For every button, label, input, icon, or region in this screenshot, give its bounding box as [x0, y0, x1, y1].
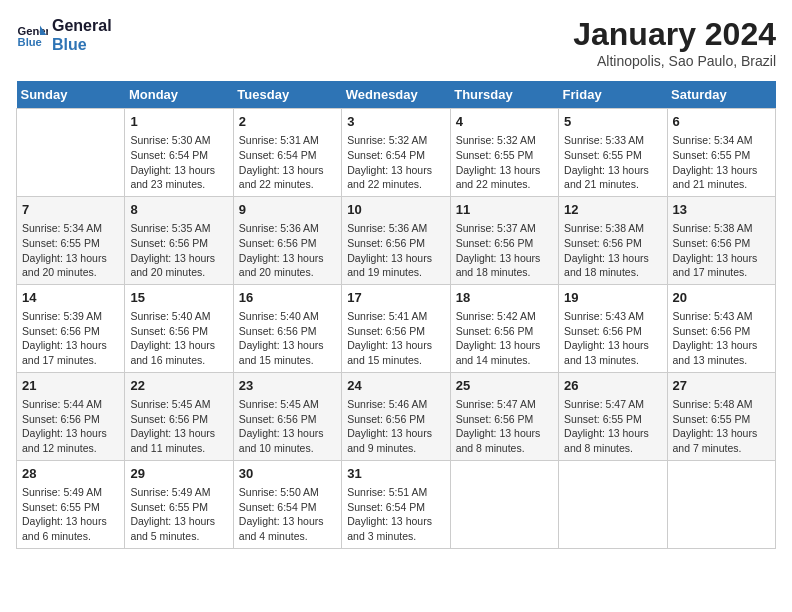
weekday-header: Friday — [559, 81, 667, 109]
table-row: 9Sunrise: 5:36 AM Sunset: 6:56 PM Daylig… — [233, 196, 341, 284]
day-number: 20 — [673, 289, 770, 307]
day-info: Sunrise: 5:32 AM Sunset: 6:55 PM Dayligh… — [456, 133, 553, 192]
weekday-header: Saturday — [667, 81, 775, 109]
day-info: Sunrise: 5:38 AM Sunset: 6:56 PM Dayligh… — [564, 221, 661, 280]
table-row: 22Sunrise: 5:45 AM Sunset: 6:56 PM Dayli… — [125, 372, 233, 460]
day-number: 27 — [673, 377, 770, 395]
title-block: January 2024 Altinopolis, Sao Paulo, Bra… — [573, 16, 776, 69]
day-info: Sunrise: 5:40 AM Sunset: 6:56 PM Dayligh… — [239, 309, 336, 368]
day-info: Sunrise: 5:45 AM Sunset: 6:56 PM Dayligh… — [239, 397, 336, 456]
day-number: 1 — [130, 113, 227, 131]
page-header: General Blue General Blue January 2024 A… — [16, 16, 776, 69]
day-info: Sunrise: 5:32 AM Sunset: 6:54 PM Dayligh… — [347, 133, 444, 192]
logo-line2: Blue — [52, 35, 112, 54]
day-number: 30 — [239, 465, 336, 483]
day-number: 18 — [456, 289, 553, 307]
day-number: 19 — [564, 289, 661, 307]
table-row: 6Sunrise: 5:34 AM Sunset: 6:55 PM Daylig… — [667, 109, 775, 197]
day-number: 14 — [22, 289, 119, 307]
calendar-week-row: 21Sunrise: 5:44 AM Sunset: 6:56 PM Dayli… — [17, 372, 776, 460]
table-row: 8Sunrise: 5:35 AM Sunset: 6:56 PM Daylig… — [125, 196, 233, 284]
day-number: 3 — [347, 113, 444, 131]
day-number: 8 — [130, 201, 227, 219]
table-row: 15Sunrise: 5:40 AM Sunset: 6:56 PM Dayli… — [125, 284, 233, 372]
day-info: Sunrise: 5:33 AM Sunset: 6:55 PM Dayligh… — [564, 133, 661, 192]
table-row: 24Sunrise: 5:46 AM Sunset: 6:56 PM Dayli… — [342, 372, 450, 460]
table-row: 1Sunrise: 5:30 AM Sunset: 6:54 PM Daylig… — [125, 109, 233, 197]
day-info: Sunrise: 5:34 AM Sunset: 6:55 PM Dayligh… — [22, 221, 119, 280]
day-number: 16 — [239, 289, 336, 307]
month-title: January 2024 — [573, 16, 776, 53]
day-number: 23 — [239, 377, 336, 395]
day-number: 29 — [130, 465, 227, 483]
day-info: Sunrise: 5:49 AM Sunset: 6:55 PM Dayligh… — [22, 485, 119, 544]
weekday-header: Thursday — [450, 81, 558, 109]
table-row: 14Sunrise: 5:39 AM Sunset: 6:56 PM Dayli… — [17, 284, 125, 372]
table-row: 18Sunrise: 5:42 AM Sunset: 6:56 PM Dayli… — [450, 284, 558, 372]
table-row: 3Sunrise: 5:32 AM Sunset: 6:54 PM Daylig… — [342, 109, 450, 197]
day-number: 25 — [456, 377, 553, 395]
table-row — [667, 460, 775, 548]
day-number: 4 — [456, 113, 553, 131]
location: Altinopolis, Sao Paulo, Brazil — [573, 53, 776, 69]
table-row: 23Sunrise: 5:45 AM Sunset: 6:56 PM Dayli… — [233, 372, 341, 460]
calendar-week-row: 1Sunrise: 5:30 AM Sunset: 6:54 PM Daylig… — [17, 109, 776, 197]
day-info: Sunrise: 5:44 AM Sunset: 6:56 PM Dayligh… — [22, 397, 119, 456]
table-row: 13Sunrise: 5:38 AM Sunset: 6:56 PM Dayli… — [667, 196, 775, 284]
table-row — [17, 109, 125, 197]
table-row: 10Sunrise: 5:36 AM Sunset: 6:56 PM Dayli… — [342, 196, 450, 284]
table-row: 19Sunrise: 5:43 AM Sunset: 6:56 PM Dayli… — [559, 284, 667, 372]
day-number: 15 — [130, 289, 227, 307]
day-number: 12 — [564, 201, 661, 219]
day-info: Sunrise: 5:49 AM Sunset: 6:55 PM Dayligh… — [130, 485, 227, 544]
logo: General Blue General Blue — [16, 16, 112, 54]
day-number: 11 — [456, 201, 553, 219]
day-info: Sunrise: 5:43 AM Sunset: 6:56 PM Dayligh… — [564, 309, 661, 368]
table-row: 5Sunrise: 5:33 AM Sunset: 6:55 PM Daylig… — [559, 109, 667, 197]
day-number: 5 — [564, 113, 661, 131]
day-info: Sunrise: 5:38 AM Sunset: 6:56 PM Dayligh… — [673, 221, 770, 280]
day-info: Sunrise: 5:43 AM Sunset: 6:56 PM Dayligh… — [673, 309, 770, 368]
day-info: Sunrise: 5:41 AM Sunset: 6:56 PM Dayligh… — [347, 309, 444, 368]
calendar-week-row: 28Sunrise: 5:49 AM Sunset: 6:55 PM Dayli… — [17, 460, 776, 548]
table-row: 2Sunrise: 5:31 AM Sunset: 6:54 PM Daylig… — [233, 109, 341, 197]
table-row: 17Sunrise: 5:41 AM Sunset: 6:56 PM Dayli… — [342, 284, 450, 372]
day-info: Sunrise: 5:37 AM Sunset: 6:56 PM Dayligh… — [456, 221, 553, 280]
logo-line1: General — [52, 16, 112, 35]
table-row — [450, 460, 558, 548]
day-info: Sunrise: 5:30 AM Sunset: 6:54 PM Dayligh… — [130, 133, 227, 192]
day-info: Sunrise: 5:51 AM Sunset: 6:54 PM Dayligh… — [347, 485, 444, 544]
day-info: Sunrise: 5:46 AM Sunset: 6:56 PM Dayligh… — [347, 397, 444, 456]
svg-text:Blue: Blue — [18, 36, 42, 48]
day-info: Sunrise: 5:36 AM Sunset: 6:56 PM Dayligh… — [347, 221, 444, 280]
table-row: 25Sunrise: 5:47 AM Sunset: 6:56 PM Dayli… — [450, 372, 558, 460]
day-number: 24 — [347, 377, 444, 395]
weekday-header: Monday — [125, 81, 233, 109]
table-row: 27Sunrise: 5:48 AM Sunset: 6:55 PM Dayli… — [667, 372, 775, 460]
table-row: 20Sunrise: 5:43 AM Sunset: 6:56 PM Dayli… — [667, 284, 775, 372]
weekday-header: Sunday — [17, 81, 125, 109]
table-row: 28Sunrise: 5:49 AM Sunset: 6:55 PM Dayli… — [17, 460, 125, 548]
table-row: 29Sunrise: 5:49 AM Sunset: 6:55 PM Dayli… — [125, 460, 233, 548]
day-number: 9 — [239, 201, 336, 219]
day-number: 31 — [347, 465, 444, 483]
calendar-week-row: 14Sunrise: 5:39 AM Sunset: 6:56 PM Dayli… — [17, 284, 776, 372]
table-row: 30Sunrise: 5:50 AM Sunset: 6:54 PM Dayli… — [233, 460, 341, 548]
table-row: 31Sunrise: 5:51 AM Sunset: 6:54 PM Dayli… — [342, 460, 450, 548]
weekday-header: Tuesday — [233, 81, 341, 109]
table-row: 26Sunrise: 5:47 AM Sunset: 6:55 PM Dayli… — [559, 372, 667, 460]
table-row — [559, 460, 667, 548]
day-number: 26 — [564, 377, 661, 395]
table-row: 21Sunrise: 5:44 AM Sunset: 6:56 PM Dayli… — [17, 372, 125, 460]
day-info: Sunrise: 5:42 AM Sunset: 6:56 PM Dayligh… — [456, 309, 553, 368]
day-number: 17 — [347, 289, 444, 307]
day-info: Sunrise: 5:35 AM Sunset: 6:56 PM Dayligh… — [130, 221, 227, 280]
day-info: Sunrise: 5:50 AM Sunset: 6:54 PM Dayligh… — [239, 485, 336, 544]
day-number: 2 — [239, 113, 336, 131]
day-number: 10 — [347, 201, 444, 219]
table-row: 4Sunrise: 5:32 AM Sunset: 6:55 PM Daylig… — [450, 109, 558, 197]
calendar-header-row: SundayMondayTuesdayWednesdayThursdayFrid… — [17, 81, 776, 109]
day-number: 22 — [130, 377, 227, 395]
day-info: Sunrise: 5:34 AM Sunset: 6:55 PM Dayligh… — [673, 133, 770, 192]
table-row: 7Sunrise: 5:34 AM Sunset: 6:55 PM Daylig… — [17, 196, 125, 284]
